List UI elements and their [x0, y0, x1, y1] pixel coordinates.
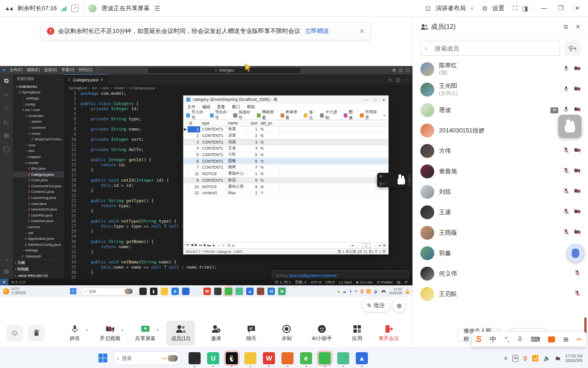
status-item[interactable]: ⊘ Prettier	[377, 280, 393, 284]
warnings-icon[interactable]: ⚠ 0	[19, 280, 25, 284]
menu-item[interactable]: 转到(G)	[78, 67, 92, 73]
run-debug-icon[interactable]: ▷	[4, 118, 9, 125]
tree-item-model[interactable]: ∨model	[13, 160, 64, 166]
toolbar-静音-button[interactable]: 静音∧	[60, 321, 89, 346]
navicat-data-grid[interactable]: idtypenamesortdel_yn▶1CONTENT1热菜1N2CONTE…	[183, 120, 388, 197]
members-scrollbar-thumb[interactable]	[584, 317, 587, 333]
breadcrumb-item[interactable]: model	[114, 86, 124, 90]
tree-item-webapp[interactable]: ›webapp	[13, 248, 64, 254]
tree-item-content1.java[interactable]: JContent1.java	[13, 189, 64, 195]
nv-data-row[interactable]: 6CONTENT1西餐6N	[183, 158, 388, 164]
tree-item-core[interactable]: ›core	[13, 142, 64, 148]
member-row[interactable]: 陈翠红(我)	[413, 59, 588, 79]
split-editor-icon[interactable]: ◫	[396, 77, 400, 82]
tree-item-.settings[interactable]: ›.settings	[13, 95, 64, 101]
tray-chevron-icon[interactable]: ∧	[337, 289, 340, 294]
taskbar-app-wps[interactable]: W	[263, 352, 275, 364]
gift-pro-link[interactable]: 立即赠送	[305, 27, 329, 35]
member-row[interactable]: 2014030151徐娇	[413, 120, 588, 141]
add-member-button[interactable]: ⚲+	[565, 41, 581, 56]
status-item[interactable]: CRLF	[325, 280, 335, 284]
taskbar-clock[interactable]: 17:012025/3/6	[389, 288, 402, 296]
breadcrumb-item[interactable]: JCategory.java	[129, 86, 155, 90]
breadcrumb[interactable]: SpringBoot›src›com›model›JCategory.java	[64, 85, 412, 91]
tree-item-leavemsg.java[interactable]: JLeavemsg.java	[13, 195, 64, 201]
source-control-icon[interactable]: ⑂	[5, 105, 8, 112]
ime-mode-indicator[interactable]: 中	[490, 335, 497, 344]
status-item[interactable]: { } Java	[339, 280, 352, 284]
ime-smart-icon[interactable]: ✏	[576, 335, 582, 343]
member-row[interactable]: 王启航	[413, 284, 588, 304]
tree-item-service[interactable]: ›service	[13, 224, 64, 230]
nv-data-row[interactable]: 4CONTENT1主食4N	[183, 145, 388, 152]
breadcrumb-item[interactable]: src	[92, 86, 97, 90]
taskbar-app-meeting[interactable]: ▲	[246, 288, 254, 295]
tree-item-commentord.java[interactable]: JCommentOrd.java	[13, 183, 64, 189]
run-file-icon[interactable]: ▷	[389, 77, 392, 82]
navicat-toolbar[interactable]: 导入向导导出向导筛选向导网格查看表单查看备注十六进制图像升序排序»	[183, 111, 388, 120]
taskbar-app-screencast[interactable]	[337, 352, 349, 364]
tree-item-application.java[interactable]: JApplication.java	[13, 236, 64, 242]
nv-tool-3[interactable]: 网格查看	[257, 110, 277, 121]
more-actions-icon[interactable]: ···	[57, 77, 61, 81]
member-row[interactable]: 郭鑫	[413, 243, 588, 263]
member-row[interactable]: 黄善旭	[413, 161, 588, 182]
nv-col-name[interactable]: name	[227, 120, 248, 126]
nv-tool-6[interactable]: 十六进制	[320, 110, 340, 121]
taskbar-app-screencast[interactable]	[235, 288, 243, 295]
nv-data-row[interactable]: 22content1fdsa2Y	[183, 190, 388, 197]
account-icon[interactable]: ◔	[5, 256, 8, 263]
maximize-button[interactable]: ❐	[555, 5, 567, 12]
member-row[interactable]: 方伟	[413, 141, 588, 161]
status-item[interactable]: 空格: 4	[295, 280, 307, 285]
nv-col-del_yn[interactable]: del_yn	[259, 120, 280, 126]
toolbar-应用-button[interactable]: 应用	[343, 321, 372, 346]
nv-data-row[interactable]: 3CONTENT1汤羹3N	[183, 139, 388, 145]
collapse-handle-icon[interactable]: ‹	[408, 174, 411, 186]
nv-data-row[interactable]: 10NOTICE通知公告9N	[183, 184, 388, 190]
taskbar-app-meeting[interactable]: ▲	[356, 352, 368, 364]
zoom-plus-button[interactable]: ⊕	[392, 299, 406, 312]
nv-tool-7[interactable]: 图像	[344, 110, 356, 121]
toolbar-录制-button[interactable]: 录制	[272, 321, 301, 346]
fullscreen-icon[interactable]: ⛶	[513, 4, 517, 12]
tree-item-.classpath[interactable]: J.classpath	[13, 253, 64, 259]
extension-ring-icon[interactable]: ◯	[3, 145, 10, 152]
taskbar-app-navicat[interactable]: N	[278, 288, 286, 295]
taskbar-weather[interactable]: 12°C大部晴朗	[0, 287, 63, 296]
manage-gear-icon[interactable]: ⚙	[4, 268, 9, 275]
taskbar-app-qq[interactable]: 🐧	[226, 352, 238, 364]
tree-item-util[interactable]: ›util	[13, 230, 64, 236]
nv-tool-4[interactable]: 表单查看	[281, 110, 301, 121]
tree-item-config[interactable]: ›config	[13, 101, 64, 107]
taskbar-clock[interactable]: 17:01:042025/3/6	[565, 354, 582, 363]
nv-tool-2[interactable]: 筛选向导	[233, 110, 253, 121]
taskbar-app-wechat[interactable]	[225, 288, 232, 295]
tab-category-java[interactable]: J Category.java ✕	[64, 74, 107, 85]
taskbar-app-explorer[interactable]	[161, 288, 168, 295]
search-icon[interactable]: ⌕	[5, 91, 8, 99]
ime-mode-tray[interactable]: 中	[512, 355, 518, 362]
layout-custom-icon[interactable]: ▢	[406, 68, 410, 72]
menu-item[interactable]: ···	[97, 67, 101, 73]
sidebar-section-大纲[interactable]: ›大纲	[13, 259, 64, 266]
nv-tool-5[interactable]: 备注	[304, 110, 316, 121]
tree-item-chengxu[interactable]: ∨CHENGXU	[13, 84, 64, 90]
nv-data-row[interactable]: 7CONTENT1烧烤7N	[183, 164, 388, 171]
settings-button[interactable]: 设置	[492, 4, 504, 13]
nv-maximize-button[interactable]: □	[374, 98, 376, 102]
nv-tool-1[interactable]: 导出向导	[210, 110, 230, 121]
extensions-icon[interactable]: ⊞⚠	[4, 132, 9, 139]
nav-forward-icon[interactable]: →	[112, 68, 116, 72]
editor-more-icon[interactable]: ⋯	[404, 77, 409, 82]
sidebar-section-JAVA PROJECTS[interactable]: ›JAVA PROJECTS	[13, 272, 64, 279]
annotate-button[interactable]: ✎ 批注	[362, 299, 390, 312]
menu-item[interactable]: 查看(V)	[61, 67, 74, 73]
vscode-search-box[interactable]: ⌕chengxu	[147, 67, 301, 74]
taskbar-app-explorer[interactable]	[244, 352, 256, 364]
close-button[interactable]: ✕	[571, 5, 583, 12]
status-item[interactable]: 行 1, 列 1	[275, 280, 291, 285]
emoji-reaction-button[interactable]: ☺	[7, 325, 23, 342]
menu-item[interactable]: 编辑(E)	[26, 67, 39, 73]
tree-item-bbs.java[interactable]: JBbs.java	[13, 165, 64, 171]
